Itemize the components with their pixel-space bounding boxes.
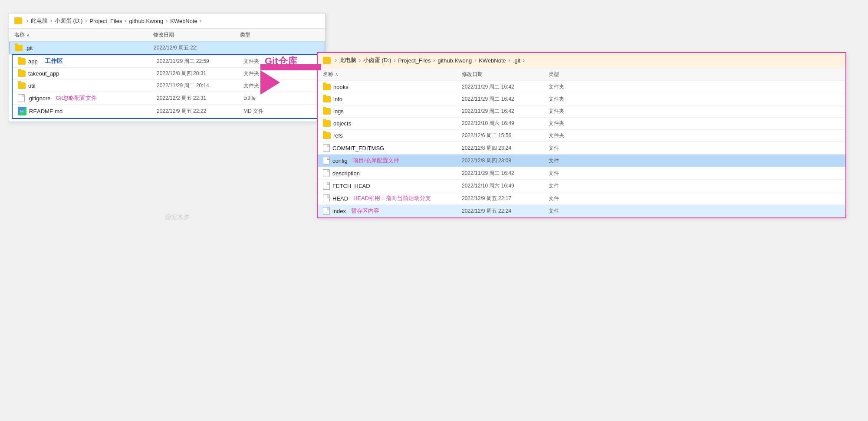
right-breadcrumb: › 此电脑 › 小卤蛋 (D:) › Project_Files › githu… bbox=[318, 53, 845, 68]
arrow-head bbox=[260, 70, 280, 95]
right-file-row-logs[interactable]: logs 2022/11/29 周二 16:42 文件夹 bbox=[318, 105, 845, 118]
col-date-header[interactable]: 修改日期 bbox=[153, 31, 240, 39]
right-bc-2[interactable]: 小卤蛋 (D:) bbox=[363, 56, 391, 64]
filename: hooks bbox=[333, 84, 349, 90]
arrow-container: Git仓库 bbox=[260, 64, 321, 95]
folder-icon bbox=[323, 132, 331, 139]
right-file-row-refs[interactable]: refs 2022/12/6 周二 15:56 文件夹 bbox=[318, 130, 845, 142]
right-file-row-description[interactable]: description 2022/11/29 周二 16:42 文件 bbox=[318, 167, 845, 180]
right-sort-arrow: ∧ bbox=[335, 72, 338, 77]
breadcrumb-folder-icon bbox=[14, 17, 22, 24]
right-file-row-config[interactable]: config 项目/仓库配置文件 2022/12/8 周四 23:08 文件 bbox=[318, 155, 845, 167]
util-name: util bbox=[28, 82, 36, 89]
col-type-cell: 文件夹 bbox=[549, 108, 592, 115]
col-name-cell: FETCH_HEAD bbox=[323, 182, 462, 190]
breadcrumb-part-1[interactable]: 此电脑 bbox=[31, 17, 48, 25]
file-label-config: 项目/仓库配置文件 bbox=[353, 157, 400, 164]
col-type-cell: 文件夹 bbox=[549, 83, 592, 91]
right-bc-1[interactable]: 此电脑 bbox=[339, 56, 356, 64]
file-icon bbox=[323, 207, 330, 215]
col-name-cell: HEAD HEAD引用：指向当前活动分支 bbox=[323, 194, 462, 202]
col-name-header[interactable]: 名称 ∧ bbox=[14, 31, 153, 39]
col-type-cell: 文件 bbox=[549, 145, 592, 152]
arrow-label: Git仓库 bbox=[265, 55, 297, 68]
folder-icon-takeout bbox=[18, 70, 26, 77]
file-icon bbox=[323, 182, 330, 190]
breadcrumb-part-5[interactable]: KWebNote bbox=[170, 18, 197, 24]
col-date-cell: 2022/11/29 周二 16:42 bbox=[462, 170, 549, 177]
work-area-label: 工作区 bbox=[45, 57, 63, 65]
right-file-row-fetch-head[interactable]: FETCH_HEAD 2022/12/10 周六 16:49 文件 bbox=[318, 180, 845, 192]
filename: HEAD bbox=[332, 195, 348, 202]
right-file-row-head[interactable]: HEAD HEAD引用：指向当前活动分支 2022/12/9 周五 22:17 … bbox=[318, 192, 845, 205]
col-date-cell: 2022/12/8 周四 23:24 bbox=[462, 145, 549, 152]
file-row-readme[interactable]: M↓ README.md 2022/12/9 周五 22:22 MD 文件 bbox=[13, 105, 322, 118]
col-date-cell: 2022/12/6 周二 15:56 bbox=[462, 132, 549, 139]
breadcrumb-part-4[interactable]: github.Kwong bbox=[129, 18, 163, 24]
git-folder-date: 2022/12/9 周五 22: bbox=[154, 44, 240, 52]
util-date: 2022/11/29 周二 20:14 bbox=[157, 82, 243, 89]
folder-icon bbox=[323, 96, 331, 102]
col-name-cell: objects bbox=[323, 120, 462, 127]
col-type-cell: 文件 bbox=[549, 157, 592, 164]
watermark: @安木夕 bbox=[165, 214, 189, 221]
gitignore-type: txtfile bbox=[243, 95, 287, 101]
col-type-header[interactable]: 类型 bbox=[240, 31, 283, 39]
takeout-date: 2022/12/8 周四 20:31 bbox=[157, 70, 243, 77]
right-file-row-hooks[interactable]: hooks 2022/11/29 周二 16:42 文件夹 bbox=[318, 81, 845, 93]
right-bc-6[interactable]: .git bbox=[513, 57, 520, 64]
gitignore-name: .gitignore bbox=[27, 95, 50, 102]
filename: logs bbox=[333, 108, 344, 115]
col-date-cell: 2022/12/10 周六 16:49 bbox=[462, 120, 549, 127]
folder-icon-app bbox=[18, 58, 26, 65]
col-date-cell: 2022/12/9 周五 22:17 bbox=[462, 195, 549, 202]
readme-name: README.md bbox=[29, 108, 62, 115]
arrow-shaft: Git仓库 bbox=[260, 64, 321, 70]
right-file-row-objects[interactable]: objects 2022/12/10 周六 16:49 文件夹 bbox=[318, 118, 845, 130]
filename: FETCH_HEAD bbox=[332, 183, 370, 189]
right-files-list: hooks 2022/11/29 周二 16:42 文件夹 info 2022/… bbox=[318, 81, 845, 217]
right-col-type-header[interactable]: 类型 bbox=[549, 71, 592, 78]
col-date-cell: 2022/11/29 周二 16:42 bbox=[462, 95, 549, 103]
filename: COMMIT_EDITMSG bbox=[332, 145, 384, 151]
takeout-name: takeout_app bbox=[28, 70, 59, 77]
col-name-cell: hooks bbox=[323, 84, 462, 90]
col-name-cell: logs bbox=[323, 108, 462, 115]
right-file-row-commit-editmsg[interactable]: COMMIT_EDITMSG 2022/12/8 周四 23:24 文件 bbox=[318, 142, 845, 155]
col-type-cell: 文件 bbox=[549, 182, 592, 190]
file-icon bbox=[323, 144, 330, 152]
git-folder-name: .git bbox=[25, 45, 33, 51]
sort-arrow: ∧ bbox=[26, 33, 30, 37]
filename: description bbox=[332, 170, 360, 177]
file-icon bbox=[323, 194, 330, 202]
file-icon bbox=[323, 157, 330, 164]
right-col-name-header[interactable]: 名称 ∧ bbox=[323, 71, 462, 78]
filename: index bbox=[332, 208, 346, 214]
file-row-git[interactable]: .git 2022/12/9 周五 22: bbox=[9, 42, 325, 54]
col-date-cell: 2022/11/29 周二 16:42 bbox=[462, 83, 549, 91]
file-icon-gitignore bbox=[18, 94, 25, 102]
left-breadcrumb: › 此电脑 › 小卤蛋 (D:) › Project_Files › githu… bbox=[9, 13, 325, 29]
right-col-header: 名称 ∧ 修改日期 类型 bbox=[318, 68, 845, 81]
right-bc-5[interactable]: KWebNote bbox=[479, 57, 506, 64]
col-type-cell: 文件 bbox=[549, 207, 592, 215]
folder-icon-git bbox=[15, 45, 23, 51]
right-bc-4[interactable]: github.Kwong bbox=[437, 57, 472, 64]
right-col-date-header[interactable]: 修改日期 bbox=[462, 71, 549, 78]
file-label-index: 暂存区内容 bbox=[351, 207, 379, 215]
filename: info bbox=[333, 96, 342, 102]
col-type-cell: 文件夹 bbox=[549, 95, 592, 103]
col-date-cell: 2022/12/10 周六 16:49 bbox=[462, 182, 549, 190]
filename: refs bbox=[333, 132, 343, 139]
right-file-row-info[interactable]: info 2022/11/29 周二 16:42 文件夹 bbox=[318, 93, 845, 105]
filename: objects bbox=[333, 120, 351, 127]
breadcrumb-part-2[interactable]: 小卤蛋 (D:) bbox=[55, 17, 82, 25]
col-name-cell: description bbox=[323, 169, 462, 177]
readme-date: 2022/12/9 周五 22:22 bbox=[157, 108, 243, 115]
col-date-cell: 2022/12/9 周五 22:24 bbox=[462, 207, 549, 215]
right-bc-3[interactable]: Project_Files bbox=[398, 57, 431, 64]
col-name-cell: index 暂存区内容 bbox=[323, 207, 462, 215]
right-panel: › 此电脑 › 小卤蛋 (D:) › Project_Files › githu… bbox=[317, 52, 846, 218]
right-file-row-index[interactable]: index 暂存区内容 2022/12/9 周五 22:24 文件 bbox=[318, 205, 845, 217]
breadcrumb-part-3[interactable]: Project_Files bbox=[89, 18, 122, 24]
